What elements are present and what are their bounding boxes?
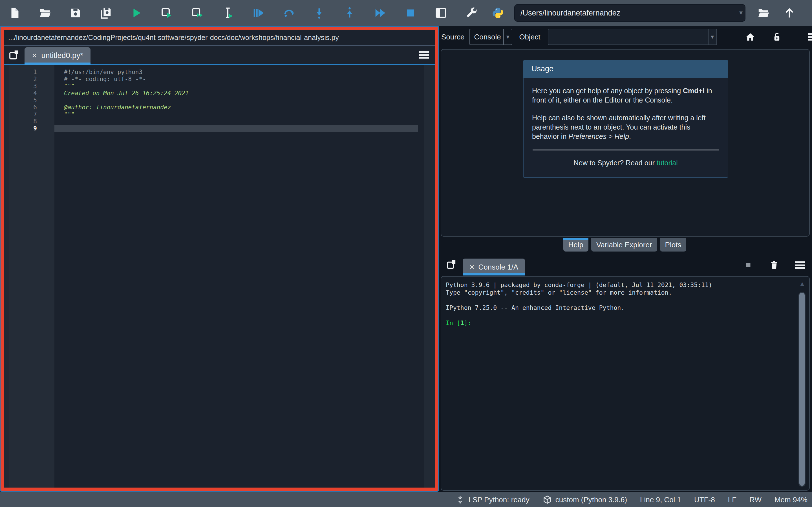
- maximize-pane-button[interactable]: [434, 6, 448, 20]
- line-number: 3: [9, 83, 54, 90]
- editor-tab-label: untitled0.py*: [42, 51, 84, 60]
- up-arrow-icon: [783, 6, 796, 19]
- source-select-value: Console: [470, 33, 503, 41]
- run-selection-icon: [221, 6, 234, 19]
- breadcrumb: .../linourdanetafernandez/CodingProjects…: [4, 30, 435, 46]
- scroll-up-icon[interactable]: ▲: [797, 280, 807, 288]
- interrupt-kernel-button[interactable]: [742, 259, 755, 271]
- maximize-pane-icon: [435, 6, 448, 19]
- console-line: Python 3.9.6 | packaged by conda-forge |…: [446, 281, 792, 289]
- interpreter-status[interactable]: custom (Python 3.9.6): [543, 495, 627, 504]
- usage-paragraph-1: Here you can get help of any object by p…: [532, 86, 719, 105]
- save-all-icon: [100, 6, 112, 19]
- run-selection-button[interactable]: [221, 6, 235, 20]
- step-out-button[interactable]: [343, 6, 356, 20]
- console-browse-tabs-button[interactable]: [446, 259, 457, 270]
- tab-variable-explorer[interactable]: Variable Explorer: [591, 238, 657, 251]
- help-lock-button[interactable]: [770, 31, 783, 43]
- lsp-status[interactable]: LSP Python: ready: [455, 495, 529, 504]
- save-file-button[interactable]: [69, 6, 82, 20]
- browse-tabs-icon: [446, 259, 457, 270]
- code-line: """: [64, 83, 435, 90]
- tab-plots[interactable]: Plots: [660, 238, 687, 251]
- console-header-icons: [728, 259, 806, 271]
- continue-execution-button[interactable]: [373, 6, 387, 20]
- step-into-button[interactable]: [312, 6, 326, 20]
- code-line: """: [64, 111, 435, 118]
- code-text-column[interactable]: #!/usr/bin/env python3 # -*- coding: utf…: [54, 65, 435, 488]
- run-cell-advance-button[interactable]: [191, 6, 204, 20]
- ipython-console[interactable]: Python 3.9.6 | packaged by conda-forge |…: [441, 276, 810, 491]
- save-all-button[interactable]: [99, 6, 113, 20]
- console-line: [446, 296, 792, 304]
- preferences-help-path: Preferences > Help: [568, 132, 629, 140]
- open-file-button[interactable]: [38, 6, 52, 20]
- prompt-number: 1: [460, 320, 464, 327]
- cmd-i-shortcut: Cmd+I: [683, 87, 705, 95]
- code-line: # -*- coding: utf-8 -*-: [64, 76, 435, 83]
- eol-status: LF: [728, 496, 737, 504]
- preferences-button[interactable]: [465, 6, 478, 20]
- readwrite-status: RW: [749, 496, 762, 504]
- stop-debugging-button[interactable]: [404, 6, 417, 20]
- new-file-button[interactable]: [8, 6, 21, 20]
- memory-status: Mem 94%: [774, 496, 808, 504]
- browse-tabs-button[interactable]: [8, 49, 20, 61]
- python-path-manager-button[interactable]: [491, 6, 505, 20]
- hamburger-icon: [795, 262, 805, 269]
- line-number: 1: [9, 69, 54, 76]
- code-editor[interactable]: 1 2 3 4 5 6 7 8 9 #!/usr/bin/env python3…: [4, 65, 435, 488]
- object-combo[interactable]: ▾: [548, 29, 717, 45]
- scrollbar-thumb[interactable]: [799, 292, 806, 487]
- line-number: 5: [9, 97, 54, 104]
- chevron-down-icon: ▾: [503, 29, 512, 45]
- tab-help[interactable]: Help: [563, 238, 589, 251]
- console-tabbar: × Console 1/A: [441, 255, 810, 276]
- browse-tabs-icon: [8, 49, 20, 61]
- help-header-icons: [730, 31, 812, 43]
- console-tab[interactable]: × Console 1/A: [463, 259, 525, 276]
- editor-tab-untitled0[interactable]: × untitled0.py*: [24, 47, 91, 64]
- console-line: IPython 7.25.0 -- An enhanced Interactiv…: [446, 304, 792, 312]
- remove-variables-button[interactable]: [768, 259, 780, 271]
- console-scrollbar[interactable]: ▲: [797, 280, 807, 488]
- run-file-button[interactable]: [130, 6, 143, 20]
- breakpoint-margin[interactable]: [4, 65, 9, 488]
- console-line: [446, 312, 792, 319]
- wrench-icon: [465, 6, 478, 19]
- run-cell-button[interactable]: [160, 6, 174, 20]
- close-tab-icon[interactable]: ×: [469, 263, 474, 271]
- console-prompt[interactable]: In [1]:: [446, 319, 792, 327]
- code-line: #!/usr/bin/env python3: [64, 69, 435, 76]
- line-number: 7: [9, 111, 54, 118]
- help-home-button[interactable]: [744, 31, 756, 43]
- parent-directory-button[interactable]: [783, 6, 796, 20]
- unlock-icon: [771, 31, 782, 43]
- browse-working-directory-button[interactable]: [757, 6, 770, 20]
- step-over-button[interactable]: [282, 6, 296, 20]
- line-number: 2: [9, 76, 54, 83]
- breadcrumb-path: .../linourdanetafernandez/CodingProjects…: [8, 34, 339, 42]
- debug-icon: [252, 6, 265, 19]
- console-options-menu-button[interactable]: [794, 259, 806, 271]
- usage-card-title: Usage: [523, 60, 728, 78]
- working-directory-input[interactable]: [514, 4, 746, 22]
- code-line: Created on Mon Jul 26 16:25:24 2021: [64, 90, 435, 97]
- tutorial-link[interactable]: tutorial: [657, 159, 678, 167]
- new-file-icon: [8, 6, 21, 19]
- editor-scrollbar[interactable]: [424, 65, 435, 488]
- encoding-status: UTF-8: [694, 496, 715, 504]
- debug-file-button[interactable]: [252, 6, 265, 20]
- source-select[interactable]: Console ▾: [469, 29, 512, 45]
- console-line: Type "copyright", "credits" or "license"…: [446, 289, 792, 296]
- object-label: Object: [519, 33, 540, 41]
- run-icon: [130, 6, 143, 19]
- hamburger-icon: [419, 51, 429, 59]
- close-tab-icon[interactable]: ×: [32, 51, 37, 60]
- help-content: Usage Here you can get help of any objec…: [441, 49, 810, 237]
- open-folder-icon: [39, 6, 52, 19]
- working-directory-dropdown-icon[interactable]: ▾: [739, 9, 743, 17]
- code-line: @author: linourdanetafernandez: [64, 104, 435, 111]
- editor-options-menu-button[interactable]: [419, 51, 429, 59]
- help-options-menu-button[interactable]: [807, 31, 812, 43]
